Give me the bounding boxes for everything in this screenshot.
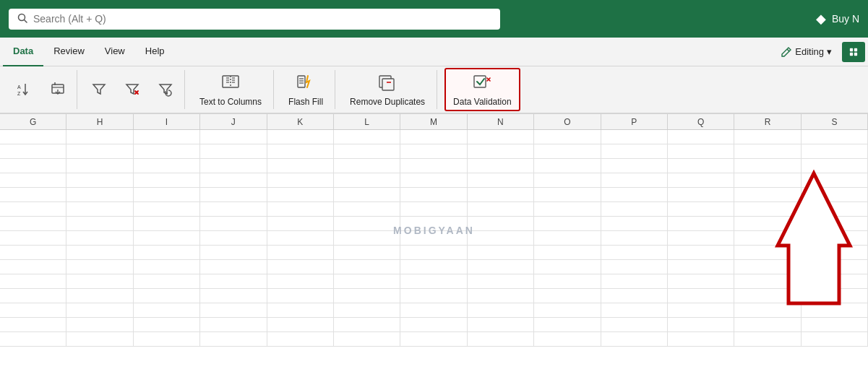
grid-cell[interactable] <box>601 188 668 202</box>
grid-cell[interactable] <box>267 303 334 317</box>
table-row[interactable] <box>0 289 868 303</box>
grid-cell[interactable] <box>66 144 133 158</box>
grid-cell[interactable] <box>400 217 467 230</box>
grid-cell[interactable] <box>534 159 601 173</box>
grid-cell[interactable] <box>534 318 601 332</box>
grid-cell[interactable] <box>0 144 66 158</box>
table-row[interactable] <box>0 130 868 144</box>
grid-cell[interactable] <box>668 202 734 216</box>
grid-cell[interactable] <box>601 260 668 274</box>
grid-cell[interactable] <box>534 332 601 346</box>
text-to-columns-button[interactable]: Text to Columns <box>192 69 269 110</box>
grid-cell[interactable] <box>802 289 868 303</box>
grid-cell[interactable] <box>400 173 467 187</box>
grid-cell[interactable] <box>668 144 734 158</box>
grid-cell[interactable] <box>468 246 534 259</box>
search-input[interactable] <box>33 13 491 25</box>
grid-cell[interactable] <box>468 130 534 144</box>
reapply-button[interactable] <box>151 78 180 102</box>
table-row[interactable] <box>0 217 868 231</box>
grid-cell[interactable] <box>734 231 801 245</box>
grid-cell[interactable] <box>668 289 734 303</box>
grid-cell[interactable] <box>468 159 534 173</box>
grid-cell[interactable] <box>601 130 668 144</box>
grid-cell[interactable] <box>267 318 334 332</box>
grid-cell[interactable] <box>802 332 868 346</box>
grid-cell[interactable] <box>134 130 200 144</box>
grid-cell[interactable] <box>468 188 534 202</box>
grid-cell[interactable] <box>0 188 66 202</box>
grid-cell[interactable] <box>802 130 868 144</box>
grid-cell[interactable] <box>200 188 267 202</box>
grid-cell[interactable] <box>601 246 668 259</box>
grid-cell[interactable] <box>0 231 66 245</box>
remove-duplicates-button[interactable]: Remove Duplicates <box>343 69 432 110</box>
grid-cell[interactable] <box>334 318 400 332</box>
grid-cell[interactable] <box>734 144 801 158</box>
grid-cell[interactable] <box>334 188 400 202</box>
grid-cell[interactable] <box>668 188 734 202</box>
grid-cell[interactable] <box>734 188 801 202</box>
grid-cell[interactable] <box>0 332 66 346</box>
grid-cell[interactable] <box>534 188 601 202</box>
grid-cell[interactable] <box>802 318 868 332</box>
grid-cell[interactable] <box>267 173 334 187</box>
grid-cell[interactable] <box>334 130 400 144</box>
grid-cell[interactable] <box>601 159 668 173</box>
grid-cell[interactable] <box>267 332 334 346</box>
grid-cell[interactable] <box>802 231 868 245</box>
grid-cell[interactable] <box>267 188 334 202</box>
grid-cell[interactable] <box>468 217 534 230</box>
ribbon-extra-button[interactable] <box>842 42 865 62</box>
grid-cell[interactable] <box>668 318 734 332</box>
grid-cell[interactable] <box>734 332 801 346</box>
grid-cell[interactable] <box>668 130 734 144</box>
grid-cell[interactable] <box>802 188 868 202</box>
grid-cell[interactable] <box>267 246 334 259</box>
grid-cell[interactable] <box>601 173 668 187</box>
grid-cell[interactable] <box>267 260 334 274</box>
grid-cell[interactable] <box>0 173 66 187</box>
grid-cell[interactable] <box>200 274 267 288</box>
grid-cell[interactable] <box>334 303 400 317</box>
grid-cell[interactable] <box>134 144 200 158</box>
grid-cell[interactable] <box>134 318 200 332</box>
grid-cell[interactable] <box>400 332 467 346</box>
grid-cell[interactable] <box>134 332 200 346</box>
grid-cell[interactable] <box>0 303 66 317</box>
grid-cell[interactable] <box>734 159 801 173</box>
filter-button[interactable] <box>85 78 113 102</box>
grid-cell[interactable] <box>0 289 66 303</box>
grid-cell[interactable] <box>668 274 734 288</box>
grid-cell[interactable] <box>334 260 400 274</box>
grid-cell[interactable] <box>668 231 734 245</box>
grid-cell[interactable] <box>66 130 133 144</box>
grid-cell[interactable] <box>601 303 668 317</box>
grid-cell[interactable] <box>66 260 133 274</box>
grid-cell[interactable] <box>66 318 133 332</box>
grid-cell[interactable] <box>534 173 601 187</box>
grid-cell[interactable] <box>734 274 801 288</box>
search-input-wrap[interactable] <box>9 9 500 30</box>
grid-cell[interactable] <box>134 246 200 259</box>
grid-cell[interactable] <box>200 217 267 230</box>
grid-cell[interactable] <box>267 231 334 245</box>
clear-filter-button[interactable] <box>118 78 147 102</box>
grid-cell[interactable] <box>134 231 200 245</box>
grid-cell[interactable] <box>66 231 133 245</box>
grid-cell[interactable] <box>468 144 534 158</box>
sort-az-button[interactable]: A Z <box>10 78 39 102</box>
grid-cell[interactable] <box>200 289 267 303</box>
grid-cell[interactable] <box>534 260 601 274</box>
grid-cell[interactable] <box>66 303 133 317</box>
grid-cell[interactable] <box>334 332 400 346</box>
grid-cell[interactable] <box>66 173 133 187</box>
grid-cell[interactable] <box>200 260 267 274</box>
grid-cell[interactable] <box>66 202 133 216</box>
table-row[interactable] <box>0 332 868 347</box>
grid-cell[interactable] <box>802 159 868 173</box>
grid-cell[interactable] <box>0 130 66 144</box>
grid-cell[interactable] <box>0 217 66 230</box>
grid-cell[interactable] <box>134 202 200 216</box>
grid-cell[interactable] <box>601 231 668 245</box>
